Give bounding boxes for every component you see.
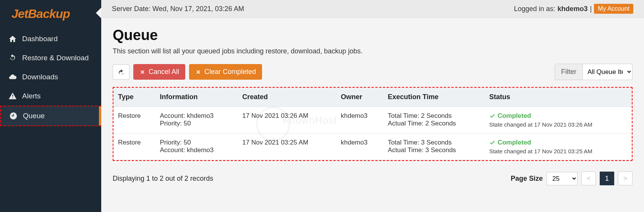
brand-logo: JetBackup (0, 0, 101, 29)
table-footer: Displaying 1 to 2 out of 2 records Page … (113, 172, 633, 185)
cell-type: Restore (113, 107, 155, 133)
col-type: Type (113, 88, 155, 107)
my-account-button[interactable]: My Account (594, 4, 633, 14)
sidebar-item-label: Dashboard (22, 35, 58, 43)
sidebar: JetBackup Dashboard Restore & Download D… (0, 0, 101, 212)
table-header-row: Type Information Created Owner Execution… (113, 88, 632, 107)
close-icon (195, 69, 201, 75)
cell-created: 17 Nov 2021 03:25 AM (238, 133, 336, 160)
col-status: Status (485, 88, 632, 107)
check-icon (489, 140, 495, 146)
page-number-button[interactable]: 1 (600, 172, 614, 185)
refresh-icon (8, 54, 17, 62)
topbar: Server Date: Wed, Nov 17, 2021, 03:26 AM… (101, 0, 644, 18)
table-row[interactable]: Restore Account: khdemo3 Priority: 50 17… (113, 107, 632, 133)
cell-exec: Total Time: 2 Seconds Actual Time: 2 Sec… (383, 107, 484, 133)
clear-completed-button[interactable]: Clear Completed (189, 64, 262, 80)
queue-table: Type Information Created Owner Execution… (113, 88, 632, 160)
next-page-button[interactable]: > (618, 172, 633, 185)
cancel-all-button[interactable]: Cancel All (133, 64, 185, 80)
col-owner: Owner (336, 88, 383, 107)
filter-select[interactable]: All Queue Items (583, 64, 633, 80)
main: Server Date: Wed, Nov 17, 2021, 03:26 AM… (101, 0, 644, 212)
check-icon (489, 113, 495, 119)
sidebar-item-label: Downloads (22, 73, 58, 81)
status-badge: Completed (489, 112, 627, 120)
status-badge: Completed (489, 139, 627, 146)
record-summary: Displaying 1 to 2 out of 2 records (113, 175, 213, 183)
sidebar-item-restore[interactable]: Restore & Download (0, 48, 101, 67)
sidebar-item-alerts[interactable]: Alerts (0, 87, 101, 106)
sidebar-item-label: Restore & Download (22, 54, 89, 62)
home-icon (8, 35, 17, 43)
logged-in-label: Logged in as: (514, 5, 555, 13)
prev-page-button[interactable]: < (581, 172, 596, 185)
refresh-button[interactable] (113, 64, 129, 80)
cell-status: Completed State changed at 17 Nov 2021 0… (485, 107, 632, 133)
cell-created: 17 Nov 2021 03:26 AM (238, 107, 336, 133)
col-information: Information (155, 88, 238, 107)
cell-owner: khdemo3 (336, 107, 383, 133)
cell-info: Priority: 50 Account: khdemo3 (155, 133, 238, 160)
logged-in-user: khdemo3 (558, 5, 588, 13)
alert-icon (8, 92, 17, 100)
col-created: Created (238, 88, 336, 107)
filter-button[interactable]: Filter (555, 64, 583, 80)
cell-type: Restore (113, 133, 155, 160)
col-execution-time: Execution Time (383, 88, 484, 107)
sidebar-item-queue[interactable]: Queue (0, 106, 101, 126)
sidebar-nav: Dashboard Restore & Download Downloads A… (0, 29, 101, 126)
cell-exec: Total Time: 3 Seconds Actual Time: 3 Sec… (383, 133, 484, 160)
page-size-select[interactable]: 25 (547, 172, 578, 185)
clock-icon (9, 112, 18, 120)
cell-status: Completed State changed at 17 Nov 2021 0… (485, 133, 632, 160)
server-date: Server Date: Wed, Nov 17, 2021, 03:26 AM (112, 5, 244, 13)
page-description: This section will list all your queued j… (113, 47, 633, 55)
cell-owner: khdemo3 (336, 133, 383, 160)
cell-info: Account: khdemo3 Priority: 50 (155, 107, 238, 133)
refresh-icon (118, 69, 125, 75)
sidebar-item-dashboard[interactable]: Dashboard (0, 29, 101, 48)
table-row[interactable]: Restore Priority: 50 Account: khdemo3 17… (113, 133, 632, 160)
close-icon (139, 69, 146, 75)
sidebar-item-downloads[interactable]: Downloads (0, 67, 101, 87)
cloud-icon (8, 73, 17, 81)
sidebar-item-label: Alerts (22, 92, 41, 100)
page-title: Queue (113, 27, 633, 43)
page-size-label: Page Size (511, 175, 543, 183)
sidebar-item-label: Queue (23, 112, 45, 120)
queue-table-highlight: Type Information Created Owner Execution… (113, 87, 633, 161)
toolbar: Cancel All Clear Completed Filter All Qu… (113, 64, 633, 80)
